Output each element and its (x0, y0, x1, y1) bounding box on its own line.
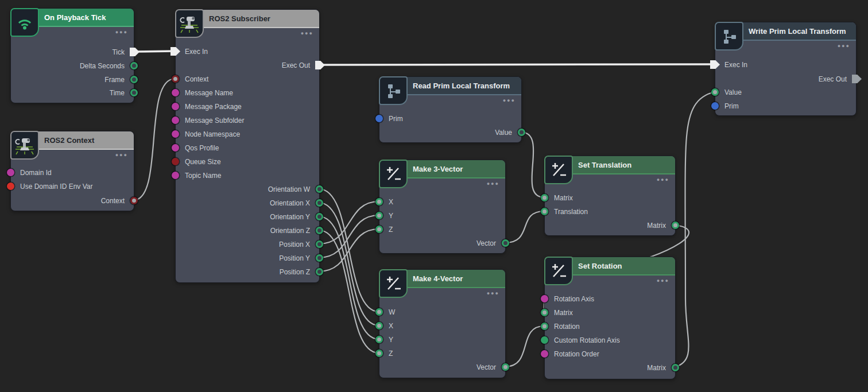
wire-value-to-matrix[interactable] (521, 132, 544, 197)
pin-frame[interactable] (130, 76, 138, 83)
pin-context-out[interactable] (130, 197, 138, 204)
pin-row-matrix-in: Matrix (545, 191, 675, 205)
pin-row-matrix-in: Matrix (545, 306, 675, 320)
pin-orientation-z[interactable] (316, 227, 323, 234)
pin-position-x[interactable] (316, 240, 323, 248)
node-read-prim-local-transform[interactable]: Read Prim Local Transform ●●● Prim Value (379, 76, 522, 143)
pin-domain-id[interactable] (7, 169, 14, 176)
pin-delta-seconds[interactable] (130, 62, 138, 69)
node-ros2-subscriber[interactable]: ROS2 Subscriber ●●● Exec In Exec Out Con… (175, 9, 320, 283)
pin-vector[interactable] (502, 363, 509, 371)
pin-value[interactable] (711, 88, 719, 96)
pin-row-position-x: Position X (176, 238, 319, 251)
pin-message-name[interactable] (172, 89, 179, 96)
wire-orientation-x[interactable] (319, 203, 379, 325)
pin-translation[interactable] (541, 208, 548, 215)
pin-row-value: Value (715, 86, 856, 99)
wire-orientation-y[interactable] (319, 216, 379, 339)
pin-context[interactable] (172, 75, 179, 83)
pin-matrix-out[interactable] (672, 364, 679, 371)
pin-row-exec-out: Exec Out (176, 59, 319, 72)
pin-prim[interactable] (375, 115, 383, 122)
node-graph-canvas[interactable]: On Playback Tick ●●● Tick Delta Seconds … (0, 0, 868, 392)
exec-pin-in[interactable] (170, 47, 180, 56)
pin-row-time: Time (11, 86, 134, 100)
pin-row-rotation: Rotation (545, 320, 675, 333)
pin-node-namespace[interactable] (172, 130, 179, 138)
pin-topic-name[interactable] (172, 172, 179, 179)
pin-row-value: Value (379, 126, 521, 139)
node-menu-icon[interactable]: ●●● (838, 43, 850, 49)
pin-message-subfolder[interactable] (172, 117, 179, 124)
node-make-4-vector[interactable]: Make 4-Vector ●●● W X Y Z Vector (379, 269, 506, 378)
pin-x[interactable] (375, 322, 383, 329)
pin-row-vector: Vector (379, 236, 505, 250)
pin-custom-rotation-axis[interactable] (541, 336, 548, 344)
node-on-playback-tick[interactable]: On Playback Tick ●●● Tick Delta Seconds … (10, 8, 134, 103)
math-plus-minus-icon (379, 269, 408, 298)
pin-qos-profile[interactable] (172, 144, 179, 152)
node-menu-icon[interactable]: ●●● (657, 177, 669, 183)
wire-vector3-to-translation[interactable] (505, 211, 544, 243)
node-ros2-context[interactable]: ROS2 Context ●●● Domain Id Use Domain ID… (10, 131, 134, 211)
pin-position-z[interactable] (316, 268, 323, 275)
pin-matrix-in[interactable] (541, 309, 548, 316)
node-menu-icon[interactable]: ●●● (657, 278, 669, 284)
math-plus-minus-icon (544, 257, 573, 285)
pin-time[interactable] (130, 89, 138, 96)
pin-prim[interactable] (711, 102, 719, 110)
node-menu-icon[interactable]: ●●● (487, 181, 499, 187)
node-menu-icon[interactable]: ●●● (115, 29, 128, 35)
pin-row-x: X (379, 195, 505, 209)
pin-rotation-order[interactable] (541, 350, 548, 358)
pin-orientation-w[interactable] (316, 185, 323, 193)
node-menu-icon[interactable]: ●●● (301, 30, 313, 36)
node-make-3-vector[interactable]: Make 3-Vector ●●● X Y Z Vector (379, 160, 506, 254)
pin-row-message-name: Message Name (176, 86, 319, 100)
pin-y[interactable] (375, 336, 383, 343)
node-set-rotation[interactable]: Set Rotation ●●● Rotation Axis Matrix Ro… (544, 257, 676, 379)
pin-row-orientation-x: Orientation X (176, 196, 319, 210)
pin-value[interactable] (518, 129, 525, 136)
exec-pin-in[interactable] (710, 60, 720, 69)
prim-hierarchy-icon (715, 22, 743, 51)
pin-row-prim: Prim (379, 112, 521, 126)
pin-w[interactable] (375, 308, 383, 316)
wire-rotation-matrix-to-value[interactable] (675, 92, 715, 367)
pin-row-custom-rotation-axis: Custom Rotation Axis (545, 333, 675, 347)
pin-orientation-y[interactable] (316, 213, 323, 220)
pin-row-qos-profile: Qos Profile (176, 141, 319, 155)
pin-row-rotation-order: Rotation Order (545, 347, 675, 361)
wire-exec-tick[interactable] (133, 51, 175, 52)
pin-z[interactable] (375, 226, 383, 233)
pin-use-domain-id-env-var[interactable] (7, 183, 14, 190)
pin-rotation[interactable] (541, 323, 548, 330)
pin-queue-size[interactable] (172, 158, 179, 165)
pin-vector[interactable] (502, 239, 509, 247)
pin-row-translation: Translation (545, 205, 675, 219)
pin-position-y[interactable] (316, 254, 323, 262)
node-menu-icon[interactable]: ●●● (115, 152, 128, 158)
pin-rotation-axis[interactable] (541, 295, 548, 302)
node-write-prim-local-transform[interactable]: Write Prim Local Transform ●●● Exec In E… (715, 22, 857, 116)
pin-row-message-package: Message Package (176, 100, 319, 114)
pin-row-orientation-z: Orientation Z (176, 224, 319, 238)
wire-exec-subscriber-to-write[interactable] (320, 64, 714, 65)
pin-matrix-in[interactable] (541, 194, 548, 201)
pin-row-orientation-y: Orientation Y (176, 210, 319, 224)
pin-z[interactable] (375, 350, 383, 357)
pin-message-package[interactable] (172, 103, 179, 110)
node-set-translation[interactable]: Set Translation ●●● Matrix Translation M… (544, 156, 676, 236)
pin-row-y: Y (379, 333, 505, 347)
pin-y[interactable] (375, 212, 383, 219)
pin-matrix-out[interactable] (672, 222, 679, 229)
pin-x[interactable] (375, 198, 383, 205)
pin-row-matrix-out: Matrix (545, 361, 675, 375)
pin-orientation-x[interactable] (316, 199, 323, 207)
wire-context-to-subscriber[interactable] (133, 79, 175, 200)
node-menu-icon[interactable]: ●●● (503, 98, 516, 103)
wire-vector4-to-rotation[interactable] (505, 326, 544, 367)
node-menu-icon[interactable]: ●●● (487, 290, 499, 296)
math-plus-minus-icon (379, 160, 408, 188)
pin-row-context-out: Context (11, 194, 134, 208)
